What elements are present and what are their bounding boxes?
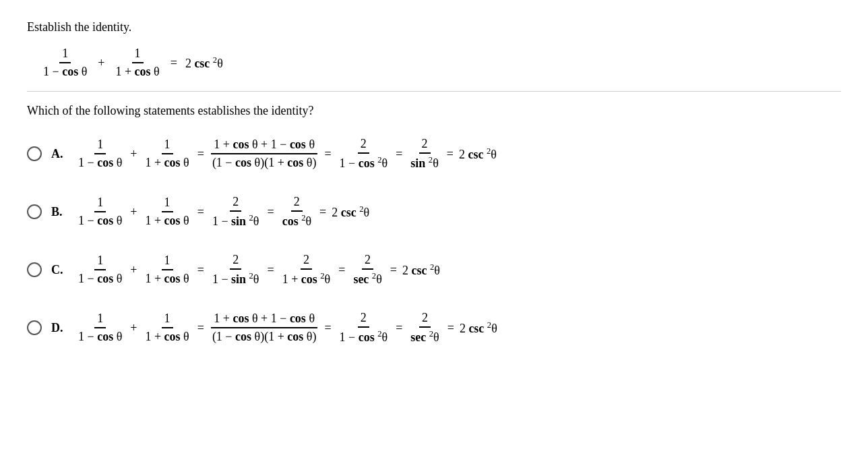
c-frac-4: 2 1 + cos 2θ <box>280 253 334 287</box>
b-frac-2: 1 1 + cos θ <box>142 196 191 228</box>
main-equation: 1 1 − cos θ + 1 1 + cos θ = 2 csc 2θ <box>40 47 841 79</box>
a-plus: + <box>130 147 137 161</box>
option-c-letter: C. <box>51 263 66 277</box>
c-frac-5: 2 sec 2θ <box>350 253 384 287</box>
b-result: 2 csc 2θ <box>332 204 369 220</box>
a-frac-5: 2 sin 2θ <box>408 137 441 171</box>
option-a-radio[interactable] <box>27 146 42 161</box>
option-c-row: C. 1 1 − cos θ + 1 1 + cos θ = 2 1 − sin… <box>27 253 841 287</box>
main-frac-2-num: 1 <box>132 47 144 63</box>
section-divider <box>27 91 841 92</box>
c-plus: + <box>130 263 137 277</box>
d-plus: + <box>130 321 137 335</box>
a-result: 2 csc 2θ <box>459 146 497 162</box>
main-frac-1-num: 1 <box>59 47 71 63</box>
c-result: 2 csc 2θ <box>402 262 440 278</box>
d-frac-2: 1 1 + cos θ <box>142 312 191 344</box>
main-frac-1-den: 1 − cos θ <box>40 63 90 79</box>
c-frac-3: 2 1 − sin 2θ <box>210 253 262 287</box>
main-frac-1: 1 1 − cos θ <box>40 47 90 79</box>
option-a-content: 1 1 − cos θ + 1 1 + cos θ = 1 + cos θ + … <box>75 137 497 171</box>
main-equals: = <box>170 56 177 70</box>
main-frac-2: 1 1 + cos θ <box>113 47 162 79</box>
d-result: 2 csc 2θ <box>460 320 497 336</box>
d-frac-1: 1 1 − cos θ <box>75 312 125 344</box>
main-plus: + <box>98 56 104 70</box>
main-result: 2 csc 2θ <box>185 55 223 71</box>
a-frac-2: 1 1 + cos θ <box>142 138 191 170</box>
option-c-radio[interactable] <box>27 262 42 277</box>
b-plus: + <box>130 205 137 219</box>
b-frac-1: 1 1 − cos θ <box>75 196 125 228</box>
b-frac-4: 2 cos 2θ <box>280 195 314 229</box>
a-frac-1: 1 1 − cos θ <box>75 138 125 170</box>
option-d-radio[interactable] <box>27 320 42 335</box>
option-a-letter: A. <box>51 147 66 161</box>
option-b-content: 1 1 − cos θ + 1 1 + cos θ = 2 1 − sin 2θ… <box>75 195 369 229</box>
option-d-content: 1 1 − cos θ + 1 1 + cos θ = 1 + cos θ + … <box>75 311 497 345</box>
option-c-content: 1 1 − cos θ + 1 1 + cos θ = 2 1 − sin 2θ… <box>75 253 440 287</box>
c-frac-1: 1 1 − cos θ <box>75 254 125 286</box>
d-frac-5: 2 sec 2θ <box>408 311 441 345</box>
d-frac-4: 2 1 − cos 2θ <box>337 311 391 345</box>
a-frac-3: 1 + cos θ + 1 − cos θ (1 − cos θ)(1 + co… <box>210 138 319 170</box>
option-d-row: D. 1 1 − cos θ + 1 1 + cos θ = 1 + cos θ… <box>27 311 841 345</box>
option-b-row: B. 1 1 − cos θ + 1 1 + cos θ = 2 1 − sin… <box>27 195 841 229</box>
c-frac-2: 1 1 + cos θ <box>142 254 191 286</box>
option-d-letter: D. <box>51 321 66 335</box>
main-frac-2-den: 1 + cos θ <box>113 63 162 79</box>
option-a-row: A. 1 1 − cos θ + 1 1 + cos θ = 1 + cos θ… <box>27 137 841 171</box>
option-b-letter: B. <box>51 205 66 219</box>
b-frac-3: 2 1 − sin 2θ <box>210 195 262 229</box>
d-frac-3: 1 + cos θ + 1 − cos θ (1 − cos θ)(1 + co… <box>210 312 319 344</box>
a-frac-4: 2 1 − cos 2θ <box>337 137 391 171</box>
options-container: A. 1 1 − cos θ + 1 1 + cos θ = 1 + cos θ… <box>27 137 841 345</box>
establish-label: Establish the identity. <box>27 20 841 34</box>
option-b-radio[interactable] <box>27 204 42 219</box>
question-text: Which of the following statements establ… <box>27 104 841 118</box>
